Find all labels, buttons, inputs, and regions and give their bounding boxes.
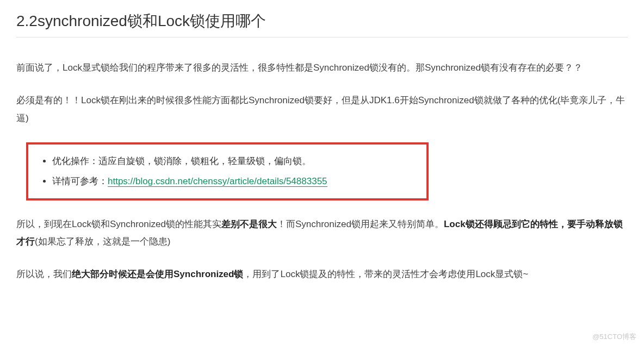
paragraph-comparison: 所以，到现在Lock锁和Synchronized锁的性能其实差别不是很大！而Sy… (16, 216, 628, 251)
highlight-box: 优化操作：适应自旋锁，锁消除，锁粗化，轻量级锁，偏向锁。 详情可参考：https… (26, 142, 429, 200)
emphasis-diff: 差别不是很大 (221, 219, 277, 229)
reference-link[interactable]: https://blog.csdn.net/chenssy/article/de… (108, 176, 327, 187)
box-item-optimizations: 优化操作：适应自旋锁，锁消除，锁粗化，轻量级锁，偏向锁。 (52, 151, 416, 171)
paragraph-jdk: 必须是有的！！Lock锁在刚出来的时候很多性能方面都比Synchronized锁… (16, 92, 628, 127)
paragraph-intro: 前面说了，Lock显式锁给我们的程序带来了很多的灵活性，很多特性都是Synchr… (16, 59, 628, 77)
emphasis-use-sync: 绝大部分时候还是会使用Synchronized锁 (72, 269, 243, 279)
box-item-reference-prefix: 详情可参考： (52, 176, 108, 186)
box-item-reference: 详情可参考：https://blog.csdn.net/chenssy/arti… (52, 171, 416, 191)
section-heading: 2.2synchronized锁和Lock锁使用哪个 (16, 11, 628, 37)
paragraph-conclusion: 所以说，我们绝大部分时候还是会使用Synchronized锁，用到了Lock锁提… (16, 266, 628, 283)
